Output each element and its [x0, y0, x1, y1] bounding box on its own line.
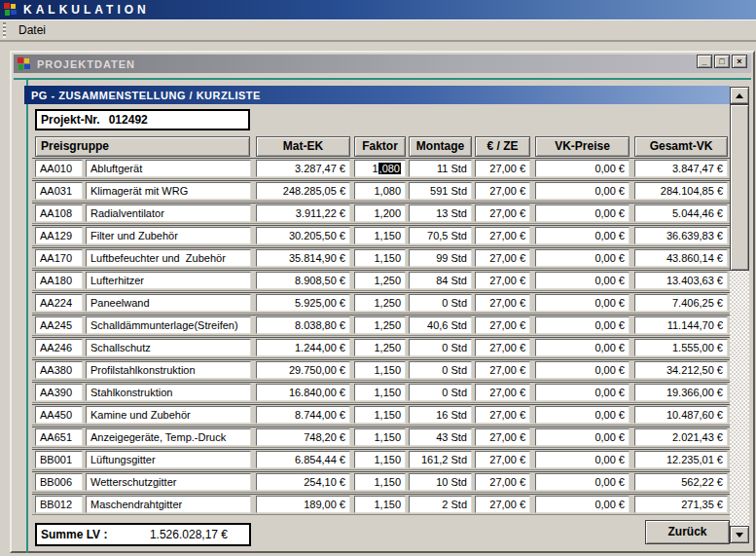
row-mat-ek-field[interactable]: 189,00 €	[256, 496, 350, 513]
row-faktor-field[interactable]: 1,080	[354, 182, 406, 200]
row-montage-field[interactable]: 591 Std	[409, 182, 472, 200]
row-name-field[interactable]: Schalldämmunterlage(Streifen)	[86, 316, 251, 334]
row-vk-preis-field[interactable]: 0,00 €	[535, 227, 630, 244]
row-mat-ek-field[interactable]: 30.205,50 €	[256, 227, 350, 244]
row-euro-ze-field[interactable]: 27,00 €	[475, 428, 530, 446]
row-mat-ek-field[interactable]: 29.750,00 €	[256, 361, 350, 379]
row-gesamt-vk-field[interactable]: 36.639,83 €	[634, 227, 728, 244]
row-gesamt-vk-field[interactable]: 34.212,50 €	[634, 361, 728, 379]
row-vk-preis-field[interactable]: 0,00 €	[535, 496, 630, 513]
menubar-grip-handle[interactable]	[3, 22, 6, 38]
row-faktor-field[interactable]: 1,150	[354, 361, 406, 379]
row-montage-field[interactable]: 0 Std	[409, 339, 472, 356]
row-gesamt-vk-field[interactable]: 271,35 €	[634, 496, 728, 513]
row-faktor-field[interactable]: 1,200	[354, 204, 406, 222]
row-code-field[interactable]: AA390	[35, 384, 83, 401]
row-vk-preis-field[interactable]: 0,00 €	[535, 339, 630, 356]
row-gesamt-vk-field[interactable]: 3.847,47 €	[634, 160, 728, 177]
row-name-field[interactable]: Luftbefeuchter und Zubehör	[86, 249, 251, 267]
row-euro-ze-field[interactable]: 27,00 €	[475, 249, 530, 267]
menu-item-datei[interactable]: Datei	[11, 21, 54, 39]
row-vk-preis-field[interactable]: 0,00 €	[535, 316, 630, 334]
row-mat-ek-field[interactable]: 16.840,00 €	[256, 384, 350, 401]
row-code-field[interactable]: AA651	[35, 428, 83, 446]
row-montage-field[interactable]: 43 Std	[409, 428, 472, 446]
row-montage-field[interactable]: 70,5 Std	[409, 227, 472, 244]
row-code-field[interactable]: AA170	[35, 249, 83, 267]
row-code-field[interactable]: AA246	[35, 339, 83, 356]
row-vk-preis-field[interactable]: 0,00 €	[535, 361, 630, 379]
row-montage-field[interactable]: 16 Std	[409, 406, 472, 424]
row-name-field[interactable]: Anzeigegeräte, Temp.-Druck	[86, 428, 251, 446]
row-montage-field[interactable]: 0 Std	[409, 384, 472, 401]
row-faktor-field[interactable]: 1,250	[354, 294, 406, 312]
row-faktor-field[interactable]: 1,150	[354, 406, 406, 424]
row-code-field[interactable]: AA245	[35, 316, 83, 334]
row-mat-ek-field[interactable]: 5.925,00 €	[256, 294, 350, 312]
row-euro-ze-field[interactable]: 27,00 €	[475, 451, 530, 468]
row-vk-preis-field[interactable]: 0,00 €	[535, 473, 630, 491]
zurueck-button[interactable]: Zurück	[645, 520, 730, 544]
row-name-field[interactable]: Wetterschutzgitter	[86, 473, 251, 491]
row-euro-ze-field[interactable]: 27,00 €	[475, 339, 530, 356]
row-name-field[interactable]: Lüftungsgitter	[86, 451, 251, 468]
row-montage-field[interactable]: 11 Std	[409, 160, 472, 177]
row-montage-field[interactable]: 99 Std	[409, 249, 472, 267]
row-gesamt-vk-field[interactable]: 7.406,25 €	[634, 294, 728, 312]
row-mat-ek-field[interactable]: 6.854,44 €	[256, 451, 350, 468]
row-mat-ek-field[interactable]: 1.244,00 €	[256, 339, 350, 356]
row-euro-ze-field[interactable]: 27,00 €	[475, 204, 530, 222]
row-name-field[interactable]: Abluftgerät	[86, 160, 251, 177]
row-code-field[interactable]: BB001	[35, 451, 83, 468]
row-vk-preis-field[interactable]: 0,00 €	[535, 272, 630, 289]
row-mat-ek-field[interactable]: 3.287,47 €	[256, 160, 350, 177]
row-euro-ze-field[interactable]: 27,00 €	[475, 473, 530, 491]
row-vk-preis-field[interactable]: 0,00 €	[535, 249, 630, 267]
row-mat-ek-field[interactable]: 254,10 €	[256, 473, 350, 491]
row-mat-ek-field[interactable]: 8.038,80 €	[256, 316, 350, 334]
row-euro-ze-field[interactable]: 27,00 €	[475, 182, 530, 200]
row-gesamt-vk-field[interactable]: 43.860,14 €	[634, 249, 728, 267]
row-mat-ek-field[interactable]: 35.814,90 €	[256, 249, 350, 267]
row-faktor-field[interactable]: 1,250	[354, 316, 406, 334]
row-euro-ze-field[interactable]: 27,00 €	[475, 361, 530, 379]
projektdaten-titlebar[interactable]: PROJEKTDATEN	[14, 55, 751, 73]
row-gesamt-vk-field[interactable]: 5.044,46 €	[634, 204, 728, 222]
row-vk-preis-field[interactable]: 0,00 €	[535, 384, 630, 401]
row-montage-field[interactable]: 2 Std	[409, 496, 472, 513]
row-gesamt-vk-field[interactable]: 10.487,60 €	[634, 406, 728, 424]
row-gesamt-vk-field[interactable]: 19.366,00 €	[634, 384, 728, 401]
row-code-field[interactable]: AA180	[35, 272, 83, 289]
row-name-field[interactable]: Paneelwand	[86, 294, 251, 312]
row-mat-ek-field[interactable]: 8.744,00 €	[256, 406, 350, 424]
row-euro-ze-field[interactable]: 27,00 €	[475, 316, 530, 334]
row-vk-preis-field[interactable]: 0,00 €	[535, 204, 630, 222]
row-vk-preis-field[interactable]: 0,00 €	[535, 160, 630, 177]
row-montage-field[interactable]: 0 Std	[409, 294, 472, 312]
row-name-field[interactable]: Stahlkonstruktion	[86, 384, 251, 401]
row-name-field[interactable]: Schallschutz	[86, 339, 251, 356]
row-euro-ze-field[interactable]: 27,00 €	[475, 406, 530, 424]
minimize-button[interactable]: _	[697, 55, 712, 68]
maximize-button[interactable]: □	[714, 55, 730, 68]
row-mat-ek-field[interactable]: 8.908,50 €	[256, 272, 350, 289]
row-gesamt-vk-field[interactable]: 2.021,43 €	[634, 428, 728, 446]
row-faktor-field[interactable]: 1,150	[354, 227, 406, 244]
row-name-field[interactable]: Kamine und Zubehör	[86, 406, 251, 424]
row-montage-field[interactable]: 0 Std	[409, 361, 472, 379]
row-vk-preis-field[interactable]: 0,00 €	[535, 182, 630, 200]
row-faktor-field[interactable]: 1,150	[354, 473, 406, 491]
row-faktor-field[interactable]: 1,150	[354, 496, 406, 513]
row-euro-ze-field[interactable]: 27,00 €	[475, 227, 530, 244]
row-mat-ek-field[interactable]: 748,20 €	[256, 428, 350, 446]
row-faktor-field[interactable]: 1,150	[354, 451, 406, 468]
row-faktor-field[interactable]: 1,250	[354, 272, 406, 289]
row-code-field[interactable]: AA380	[35, 361, 83, 379]
row-code-field[interactable]: AA224	[35, 294, 83, 312]
row-euro-ze-field[interactable]: 27,00 €	[475, 496, 530, 513]
row-code-field[interactable]: BB006	[35, 473, 83, 491]
row-gesamt-vk-field[interactable]: 284.104,85 €	[634, 182, 728, 200]
close-button[interactable]: ×	[732, 55, 747, 68]
row-code-field[interactable]: BB012	[35, 496, 83, 513]
row-gesamt-vk-field[interactable]: 13.403,63 €	[634, 272, 728, 289]
